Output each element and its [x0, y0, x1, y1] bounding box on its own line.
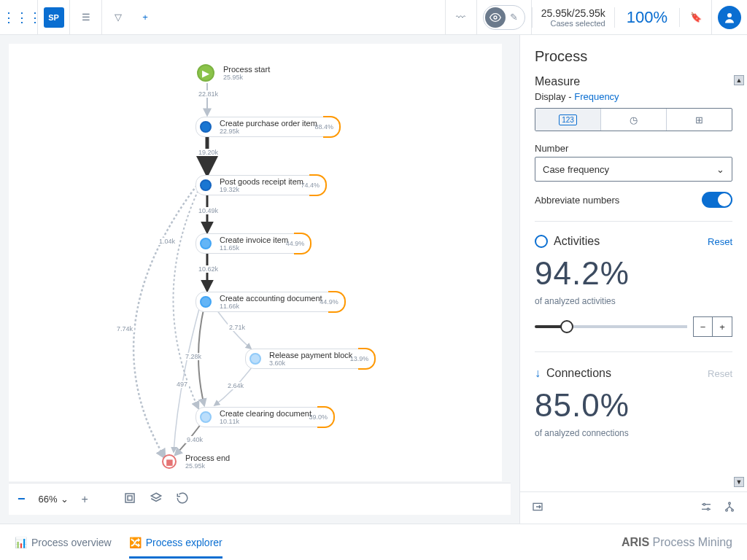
- reset-layout-button[interactable]: [176, 491, 189, 507]
- number-label: Number: [535, 143, 732, 154]
- node-dot-icon: [200, 296, 212, 308]
- activities-sub: of analyzed activities: [535, 296, 732, 306]
- svg-point-17: [732, 509, 734, 511]
- node-start[interactable]: ▶ Process start25.95k: [197, 64, 270, 82]
- grid-icon: ⋮⋮⋮: [2, 9, 42, 26]
- cases-percent: 100%: [615, 8, 680, 27]
- canvas-toolbar: − 66% ⌄ +: [9, 483, 511, 515]
- layers-button[interactable]: [150, 491, 163, 507]
- add-filter-button[interactable]: +: [134, 0, 156, 35]
- abbrev-label: Abbreviate numbers: [535, 195, 619, 206]
- bottom-tabs: 📊Process overview 🔀Process explorer ARIS…: [0, 524, 747, 560]
- analytics-button[interactable]: 〰: [445, 0, 477, 35]
- edge-label: 19.20k: [197, 149, 220, 156]
- visibility-toggle[interactable]: ✎: [477, 0, 532, 35]
- connections-reset[interactable]: Reset: [708, 368, 732, 379]
- play-icon: ▶: [197, 64, 214, 82]
- filter-button[interactable]: ▽: [102, 0, 134, 35]
- activities-stepper[interactable]: −+: [693, 316, 732, 337]
- topbar: ⋮⋮⋮ SP ☰ ▽ + 〰 ✎ 25.95k/25.95k Cases sel…: [0, 0, 747, 35]
- increment-button[interactable]: +: [713, 317, 732, 336]
- workspace-button[interactable]: SP: [38, 0, 70, 35]
- connections-label: Connections: [546, 367, 702, 380]
- connections-sub: of analyzed connections: [535, 428, 732, 438]
- node-end[interactable]: ◼ Process end25.95k: [162, 454, 230, 470]
- settings-button[interactable]: [700, 501, 712, 515]
- svg-point-16: [726, 509, 728, 511]
- fit-screen-button[interactable]: [123, 491, 136, 507]
- wave-icon: 〰: [456, 12, 465, 23]
- scroll-down-button[interactable]: ▼: [734, 477, 744, 487]
- display-mode-segment[interactable]: 123 ◷ ⊞: [535, 108, 732, 131]
- mode-duration[interactable]: ◷: [601, 109, 667, 131]
- clock-icon: ◷: [630, 114, 638, 125]
- node-dot-icon: [200, 121, 212, 133]
- panel-footer: [520, 491, 747, 524]
- tab-explorer[interactable]: 🔀Process explorer: [129, 526, 222, 559]
- expand-button[interactable]: [532, 501, 543, 515]
- hierarchy-button[interactable]: [724, 501, 735, 515]
- edge-label: 497: [175, 381, 189, 388]
- node-dot-icon: [200, 411, 212, 423]
- scroll-up-button[interactable]: ▲: [734, 75, 744, 85]
- node-accounting-doc[interactable]: Create accounting document11.66k44.9%: [200, 292, 345, 312]
- node-purchase-order[interactable]: Create purchase order item22.95k88.4%: [200, 117, 340, 137]
- slider-thumb[interactable]: [560, 320, 573, 333]
- number-select[interactable]: Case frequency⌄: [535, 157, 732, 182]
- measure-title: Measure: [535, 75, 732, 88]
- node-dot-icon: [249, 353, 261, 365]
- activities-reset[interactable]: Reset: [708, 236, 732, 247]
- node-payment-block[interactable]: Release payment block3.60k13.9%: [249, 349, 375, 369]
- cases-count: 25.95k/25.95k: [541, 7, 605, 19]
- zoom-level[interactable]: 66% ⌄: [39, 494, 69, 505]
- node-invoice[interactable]: Create invoice item11.65k44.9%: [200, 233, 311, 254]
- tree-icon: 🔀: [129, 537, 142, 548]
- tab-overview[interactable]: 📊Process overview: [15, 526, 112, 559]
- edge-label: 7.74k: [115, 325, 134, 332]
- main: ▶ Process start25.95k Create purchase or…: [0, 35, 747, 524]
- activities-label: Activities: [554, 235, 702, 248]
- process-canvas[interactable]: ▶ Process start25.95k Create purchase or…: [9, 44, 502, 481]
- user-avatar[interactable]: [718, 6, 741, 29]
- branding: ARIS Process Mining: [622, 536, 732, 549]
- activities-slider[interactable]: [535, 325, 687, 328]
- node-dot-icon: [200, 238, 212, 249]
- table-icon: ⊞: [695, 114, 703, 125]
- funnel-icon: ▽: [115, 12, 122, 23]
- edge-label: 10.49k: [197, 207, 220, 214]
- zoom-out-button[interactable]: −: [18, 491, 26, 507]
- svg-point-12: [707, 508, 709, 510]
- node-clearing-doc[interactable]: Create clearing document10.11k39.0%: [200, 407, 334, 427]
- zoom-in-button[interactable]: +: [82, 493, 88, 506]
- pencil-icon: ✎: [506, 9, 523, 26]
- ring-icon: [535, 235, 548, 248]
- chevron-down-icon: ⌄: [716, 164, 724, 175]
- svg-point-0: [494, 16, 497, 19]
- arrow-down-icon: ↓: [535, 367, 541, 380]
- bookmark-button[interactable]: 🔖: [680, 0, 712, 35]
- menu-button[interactable]: ☰: [70, 0, 102, 35]
- abbrev-toggle[interactable]: [702, 192, 732, 208]
- chart-icon: 📊: [15, 537, 27, 548]
- edge-label: 10.62k: [197, 265, 220, 273]
- edge-label: 7.28k: [184, 353, 203, 360]
- svg-rect-7: [128, 496, 132, 500]
- panel-body: ▲ Measure Display - Frequency 123 ◷ ⊞ Nu…: [520, 75, 747, 491]
- mode-frequency[interactable]: 123: [535, 109, 601, 131]
- edge-label: 2.71k: [228, 324, 247, 331]
- node-goods-receipt[interactable]: Post goods receipt item19.32k74.4%: [200, 175, 326, 195]
- chevron-down-icon: ⌄: [61, 494, 69, 505]
- decrement-button[interactable]: −: [694, 317, 713, 336]
- node-dot-icon: [200, 179, 212, 191]
- stop-icon: ◼: [162, 454, 177, 469]
- cases-info: 25.95k/25.95k Cases selected: [532, 7, 615, 28]
- activities-pct: 94.2%: [535, 255, 732, 292]
- apps-button[interactable]: ⋮⋮⋮: [6, 0, 38, 35]
- panel-title: Process: [520, 35, 747, 75]
- number-icon: 123: [559, 114, 577, 125]
- edge-label: 2.64k: [226, 382, 245, 389]
- bookmark-icon: 🔖: [690, 12, 702, 23]
- cases-label: Cases selected: [541, 19, 605, 28]
- mode-table[interactable]: ⊞: [667, 109, 732, 131]
- sp-badge: SP: [44, 7, 64, 28]
